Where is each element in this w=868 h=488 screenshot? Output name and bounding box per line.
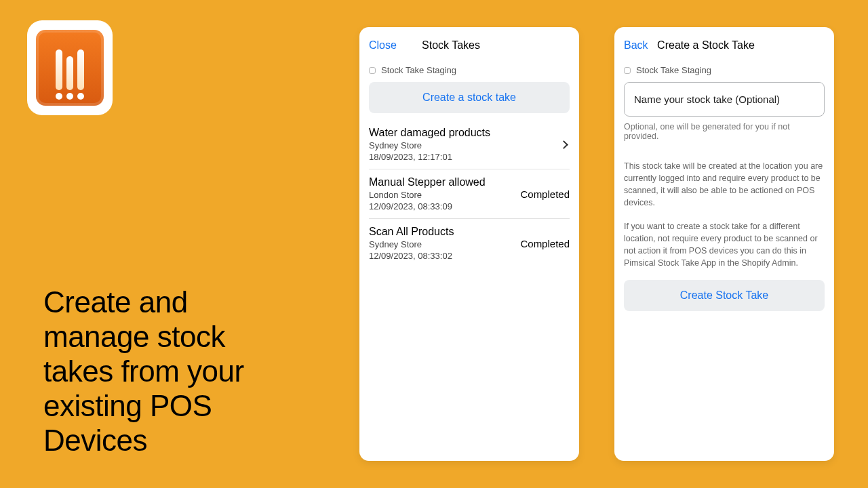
staging-label: Stock Take Staging bbox=[381, 65, 456, 75]
staging-indicator: Stock Take Staging bbox=[369, 65, 570, 75]
screen-header: Back Create a Stock Take bbox=[624, 37, 825, 54]
stock-take-row[interactable]: Water damaged products Sydney Store 18/0… bbox=[369, 120, 570, 169]
stock-take-row[interactable]: Scan All Products Sydney Store 12/09/202… bbox=[369, 219, 570, 268]
stock-take-name: Scan All Products bbox=[369, 226, 454, 238]
stock-take-status: Completed bbox=[520, 188, 570, 200]
chevron-right-icon bbox=[559, 140, 568, 149]
staging-indicator: Stock Take Staging bbox=[624, 65, 825, 75]
stock-take-store: London Store bbox=[369, 190, 486, 200]
stock-take-timestamp: 18/09/2023, 12:17:01 bbox=[369, 152, 490, 162]
stock-take-store: Sydney Store bbox=[369, 239, 454, 249]
staging-icon bbox=[624, 67, 631, 74]
staging-icon bbox=[369, 67, 376, 74]
stock-take-store: Sydney Store bbox=[369, 140, 490, 150]
create-stock-take-screen: Back Create a Stock Take Stock Take Stag… bbox=[614, 27, 834, 461]
close-button[interactable]: Close bbox=[369, 39, 406, 52]
name-hint: Optional, one will be generated for you … bbox=[624, 122, 825, 141]
marketing-headline: Create and manage stock takes from your … bbox=[43, 285, 281, 458]
stock-take-row[interactable]: Manual Stepper allowed London Store 12/0… bbox=[369, 169, 570, 219]
stock-takes-screen: Close Stock Takes Stock Take Staging Cre… bbox=[359, 27, 579, 461]
info-paragraph-1: This stock take will be created at the l… bbox=[624, 160, 825, 209]
create-stock-take-button[interactable]: Create a stock take bbox=[369, 82, 570, 113]
stock-take-timestamp: 12/09/2023, 08:33:09 bbox=[369, 201, 486, 211]
stock-take-timestamp: 12/09/2023, 08:33:02 bbox=[369, 251, 454, 261]
app-logo-inner bbox=[36, 30, 104, 106]
stock-take-name: Manual Stepper allowed bbox=[369, 176, 486, 188]
app-logo bbox=[27, 20, 113, 115]
stock-take-name-input[interactable] bbox=[624, 82, 825, 117]
stock-take-name: Water damaged products bbox=[369, 127, 490, 139]
submit-create-stock-take-button[interactable]: Create Stock Take bbox=[624, 280, 825, 311]
stock-take-status: Completed bbox=[520, 238, 570, 249]
staging-label: Stock Take Staging bbox=[636, 65, 711, 75]
back-button[interactable]: Back bbox=[624, 39, 660, 52]
screen-header: Close Stock Takes bbox=[369, 37, 570, 54]
info-paragraph-2: If you want to create a stock take for a… bbox=[624, 220, 825, 270]
